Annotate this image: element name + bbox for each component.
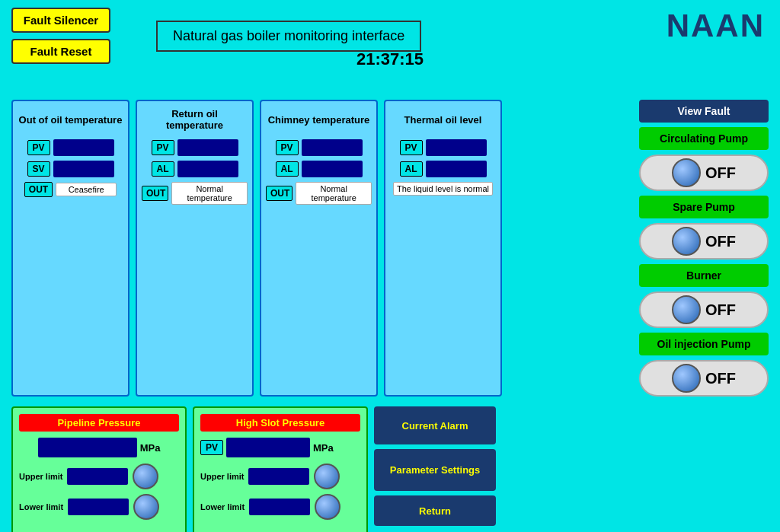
burner-toggle[interactable]: OFF bbox=[639, 291, 769, 328]
fault-silencer-button[interactable]: Fault Silencer bbox=[11, 8, 110, 33]
out-oil-out-row: OUT Ceasefire bbox=[18, 182, 123, 197]
naan-logo: NAAN bbox=[667, 8, 765, 44]
thermal-al-label: AL bbox=[400, 161, 423, 177]
view-fault-button[interactable]: View Fault bbox=[639, 100, 769, 123]
out-oil-pv-value bbox=[53, 139, 114, 156]
out-oil-temp-title: Out of oil temperature bbox=[19, 106, 123, 133]
return-oil-out-value: Normal temperature bbox=[171, 182, 248, 205]
high-slot-unit: MPa bbox=[313, 442, 334, 454]
thermal-al-row: AL bbox=[390, 161, 496, 177]
out-oil-out-label: OUT bbox=[24, 182, 53, 197]
spare-pump-knob bbox=[672, 227, 701, 256]
spare-pump-off-label: OFF bbox=[705, 233, 736, 250]
high-slot-pv-row: PV MPa bbox=[200, 438, 360, 457]
high-slot-pv-value bbox=[226, 438, 310, 457]
header-title: Natural gas boiler monitoring interface bbox=[156, 21, 421, 52]
out-oil-temp-box: Out of oil temperature PV SV OUT Ceasefi… bbox=[11, 100, 129, 397]
circulating-pump-toggle[interactable]: OFF bbox=[639, 155, 769, 191]
burner-knob bbox=[672, 295, 701, 324]
current-alarm-button[interactable]: Current Alarm bbox=[374, 406, 496, 444]
thermal-al-value bbox=[426, 161, 487, 177]
alarm-buttons-area: Current Alarm Parameter Settings Return bbox=[374, 406, 496, 532]
chimney-pv-value bbox=[302, 139, 363, 156]
high-slot-lower-label: Lower limit bbox=[200, 502, 245, 511]
chimney-temp-title: Chimney temperature bbox=[268, 106, 370, 133]
chimney-pv-label: PV bbox=[276, 140, 299, 155]
pipeline-upper-row: Upper limit bbox=[19, 464, 179, 489]
pipeline-upper-btn[interactable] bbox=[133, 464, 158, 489]
pipeline-lower-btn[interactable] bbox=[133, 494, 159, 520]
return-oil-temp-title: Return oil temperature bbox=[142, 106, 248, 133]
pipeline-pressure-value bbox=[38, 438, 137, 457]
return-oil-temp-box: Return oil temperature PV AL OUT Normal … bbox=[136, 100, 254, 397]
oil-injection-pump-button[interactable]: Oil injection Pump bbox=[639, 333, 769, 355]
chimney-al-row: AL bbox=[266, 161, 372, 177]
high-slot-upper-row: Upper limit bbox=[200, 464, 360, 489]
chimney-al-label: AL bbox=[276, 161, 299, 177]
chimney-pv-row: PV bbox=[266, 139, 372, 156]
current-time: 21:37:15 bbox=[356, 49, 424, 69]
pipeline-pressure-value-row: MPa bbox=[19, 438, 179, 457]
burner-off-label: OFF bbox=[705, 301, 736, 319]
out-oil-out-value: Ceasefire bbox=[56, 183, 117, 196]
pipeline-lower-value bbox=[68, 499, 129, 515]
pipeline-pressure-box: Pipeline Pressure MPa Upper limit Lower … bbox=[11, 406, 187, 532]
return-oil-al-label: AL bbox=[152, 161, 174, 177]
thermal-pv-value bbox=[426, 139, 487, 156]
circulating-pump-off-label: OFF bbox=[705, 164, 736, 182]
high-slot-lower-row: Lower limit bbox=[200, 494, 360, 520]
thermal-out-row: The liquid level is normal bbox=[390, 182, 496, 196]
out-oil-sv-value bbox=[53, 161, 114, 177]
chimney-out-label: OUT bbox=[266, 186, 292, 201]
high-slot-upper-btn[interactable] bbox=[314, 464, 340, 489]
fault-reset-button[interactable]: Fault Reset bbox=[11, 39, 110, 64]
bottom-area: Pipeline Pressure MPa Upper limit Lower … bbox=[0, 403, 780, 532]
out-oil-pv-label: PV bbox=[27, 140, 50, 155]
out-oil-sv-label: SV bbox=[27, 161, 50, 177]
return-oil-out-row: OUT Normal temperature bbox=[142, 182, 248, 205]
thermal-pv-row: PV bbox=[390, 139, 496, 156]
pipeline-lower-row: Lower limit bbox=[19, 494, 179, 520]
header-buttons: Fault Silencer Fault Reset bbox=[11, 8, 110, 64]
thermal-oil-level-box: Thermal oil level PV AL The liquid level… bbox=[384, 100, 502, 397]
oil-injection-knob bbox=[672, 364, 701, 393]
return-oil-out-label: OUT bbox=[142, 186, 168, 201]
chimney-out-row: OUT Normal temperature bbox=[266, 182, 372, 205]
chimney-al-value bbox=[302, 161, 363, 177]
thermal-pv-label: PV bbox=[400, 140, 423, 155]
high-slot-pv-label: PV bbox=[200, 440, 223, 455]
circulating-pump-knob bbox=[672, 158, 701, 187]
return-button[interactable]: Return bbox=[374, 495, 496, 526]
return-oil-pv-row: PV bbox=[142, 139, 248, 156]
high-slot-pressure-box: High Slot Pressure PV MPa Upper limit Lo… bbox=[193, 406, 368, 532]
out-oil-pv-row: PV bbox=[18, 139, 123, 156]
return-oil-pv-label: PV bbox=[152, 140, 174, 155]
oil-injection-toggle[interactable]: OFF bbox=[639, 360, 769, 397]
spare-pump-button[interactable]: Spare Pump bbox=[639, 196, 769, 218]
main-area: Out of oil temperature PV SV OUT Ceasefi… bbox=[0, 68, 780, 397]
parameter-settings-button[interactable]: Parameter Settings bbox=[374, 449, 496, 491]
chimney-temp-box: Chimney temperature PV AL OUT Normal tem… bbox=[260, 100, 378, 397]
spare-pump-toggle[interactable]: OFF bbox=[639, 223, 769, 260]
high-slot-lower-btn[interactable] bbox=[315, 494, 340, 520]
circulating-pump-button[interactable]: Circulating Pump bbox=[639, 127, 769, 150]
chimney-out-value: Normal temperature bbox=[296, 182, 372, 205]
sensor-panels: Out of oil temperature PV SV OUT Ceasefi… bbox=[11, 100, 633, 397]
thermal-oil-level-title: Thermal oil level bbox=[404, 106, 482, 133]
high-slot-lower-value bbox=[249, 499, 310, 515]
return-oil-pv-value bbox=[177, 139, 238, 156]
burner-button[interactable]: Burner bbox=[639, 264, 769, 287]
pipeline-pressure-unit: MPa bbox=[140, 442, 161, 454]
pipeline-pressure-title: Pipeline Pressure bbox=[19, 414, 179, 432]
right-controls: View Fault Circulating Pump OFF Spare Pu… bbox=[639, 100, 769, 397]
right-bottom-controls bbox=[502, 406, 631, 532]
high-slot-pressure-title: High Slot Pressure bbox=[200, 414, 360, 432]
return-oil-al-value bbox=[177, 161, 238, 177]
pipeline-upper-label: Upper limit bbox=[19, 472, 62, 481]
high-slot-upper-value bbox=[248, 468, 309, 485]
thermal-out-value: The liquid level is normal bbox=[393, 182, 493, 196]
return-oil-al-row: AL bbox=[142, 161, 248, 177]
out-oil-sv-row: SV bbox=[18, 161, 123, 177]
high-slot-upper-label: Upper limit bbox=[200, 472, 244, 481]
pipeline-upper-value bbox=[67, 468, 128, 485]
